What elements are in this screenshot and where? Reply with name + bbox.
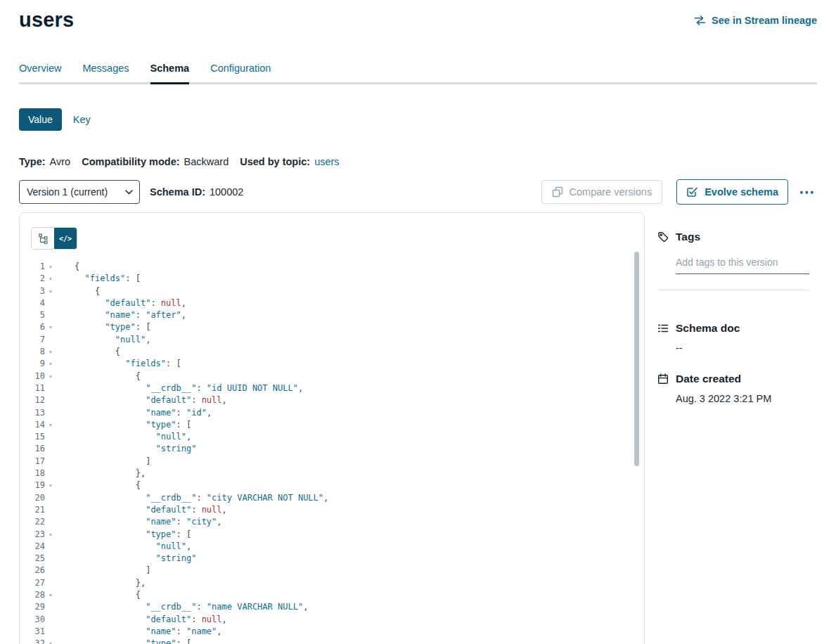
code-line: 22 "name": "city", — [31, 516, 644, 528]
schema-type-value: Avro — [50, 156, 71, 167]
tab-schema[interactable]: Schema — [150, 63, 190, 84]
stream-lineage-link[interactable]: See in Stream lineage — [694, 15, 817, 26]
line-number: 2 — [31, 273, 45, 285]
fold-toggle-icon[interactable]: ▾ — [45, 261, 56, 273]
line-number: 21 — [31, 504, 45, 516]
code-line: 28▾ { — [31, 589, 644, 601]
evolve-schema-button[interactable]: Evolve schema — [676, 179, 788, 205]
line-number: 1 — [31, 261, 45, 273]
code-text: "type": [ — [56, 529, 191, 541]
code-text: "default": null, — [56, 504, 227, 516]
compare-versions-button[interactable]: Compare versions — [541, 180, 663, 204]
line-number: 18 — [31, 468, 45, 479]
schema-id-value: 100002 — [210, 186, 243, 198]
editor-scrollbar-thumb[interactable] — [634, 252, 639, 466]
fold-toggle-icon[interactable]: ▾ — [45, 589, 56, 601]
code-view-button[interactable]: </> — [54, 228, 77, 249]
version-select[interactable]: Version 1 (current) — [19, 180, 140, 204]
schema-id-label: Schema ID: — [150, 186, 205, 198]
fold-gutter-spacer — [45, 309, 56, 321]
code-text: "string" — [56, 553, 196, 565]
add-tags-input[interactable] — [676, 254, 809, 274]
line-number: 9 — [31, 358, 45, 370]
fold-gutter-spacer — [45, 456, 56, 468]
code-line: 6▾ "type": [ — [31, 321, 644, 333]
fold-toggle-icon[interactable]: ▾ — [45, 638, 56, 644]
used-by-topic: Used by topic: users — [240, 156, 339, 167]
code-text: { — [56, 589, 141, 601]
schema-toolbar: Version 1 (current) Schema ID: 100002 Co… — [19, 179, 817, 205]
line-number: 28 — [31, 589, 45, 601]
code-line: 26 ] — [31, 565, 644, 577]
code-line: 21 "default": null, — [31, 504, 644, 516]
code-line: 18 }, — [31, 468, 644, 479]
code-line: 9▾ "fields": [ — [31, 358, 644, 370]
code-line: 31 "name": "name", — [31, 626, 644, 638]
fold-toggle-icon[interactable]: ▾ — [45, 529, 56, 541]
code-text: "default": null, — [56, 614, 227, 626]
fold-toggle-icon[interactable]: ▾ — [45, 419, 56, 431]
code-line: 20 "__crdb__": "city VARCHAR NOT NULL", — [31, 492, 644, 504]
schema-code-panel: </> 1▾{2▾ "fields": [3▾ {4 "default": nu… — [19, 212, 645, 644]
code-line: 29 "__crdb__": "name VARCHAR NULL", — [31, 601, 644, 613]
code-line: 25 "string" — [31, 553, 644, 565]
line-number: 14 — [31, 419, 45, 431]
fold-toggle-icon[interactable]: ▾ — [45, 273, 56, 285]
line-number: 27 — [31, 577, 45, 589]
tree-view-button[interactable] — [32, 228, 54, 249]
line-number: 25 — [31, 553, 45, 565]
more-actions-button[interactable]: ⋯ — [797, 187, 817, 197]
code-line: 11 "__crdb__": "id UUID NOT NULL", — [31, 382, 644, 394]
schema-meta-row: Type: Avro Compatibility mode: Backward … — [19, 156, 817, 167]
code-text: }, — [56, 577, 146, 589]
value-toggle-button[interactable]: Value — [19, 108, 62, 131]
date-created-title: Date created — [676, 373, 741, 385]
tab-configuration[interactable]: Configuration — [210, 63, 271, 84]
code-text: "type": [ — [56, 321, 150, 333]
key-toggle-button[interactable]: Key — [73, 114, 91, 125]
code-text: ] — [56, 565, 150, 577]
line-number: 15 — [31, 431, 45, 443]
fold-gutter-spacer — [45, 443, 56, 455]
code-text: "default": null, — [56, 297, 186, 309]
compare-versions-label: Compare versions — [570, 186, 652, 198]
tab-messages[interactable]: Messages — [82, 63, 129, 84]
code-text: "name": "city", — [56, 516, 222, 528]
fold-toggle-icon[interactable]: ▾ — [45, 358, 56, 370]
topic-link[interactable]: users — [314, 156, 339, 167]
schema-type-label: Type: — [19, 156, 46, 167]
fold-toggle-icon[interactable]: ▾ — [45, 285, 56, 297]
fold-toggle-icon[interactable]: ▾ — [45, 479, 56, 491]
fold-toggle-icon[interactable]: ▾ — [45, 321, 56, 333]
code-line: 7 "null", — [31, 334, 644, 346]
line-number: 22 — [31, 516, 45, 528]
fold-gutter-spacer — [45, 468, 56, 479]
line-number: 8 — [31, 346, 45, 358]
tab-overview[interactable]: Overview — [19, 63, 61, 84]
code-text: "type": [ — [56, 419, 191, 431]
line-number: 12 — [31, 394, 45, 406]
evolve-schema-icon — [686, 186, 698, 198]
schema-doc-value: -- — [676, 342, 817, 354]
code-line: 2▾ "fields": [ — [31, 273, 644, 285]
schema-content: </> 1▾{2▾ "fields": [3▾ {4 "default": nu… — [19, 212, 817, 644]
page: users See in Stream lineage Overview Mes… — [0, 0, 836, 644]
code-text: { — [56, 479, 141, 491]
fold-toggle-icon[interactable]: ▾ — [45, 371, 56, 382]
fold-gutter-spacer — [45, 504, 56, 516]
code-text: ] — [56, 456, 150, 468]
code-line: 14▾ "type": [ — [31, 419, 644, 431]
fold-toggle-icon[interactable]: ▾ — [45, 346, 56, 358]
code-text: "name": "id", — [56, 407, 212, 419]
code-line: 32▾ "type": [ — [31, 638, 644, 644]
tab-bar: Overview Messages Schema Configuration — [19, 63, 817, 84]
schema-doc-title: Schema doc — [676, 322, 740, 335]
editor-view-toggle: </> — [31, 227, 77, 250]
line-number: 32 — [31, 638, 45, 644]
code-text: "string" — [56, 443, 196, 455]
line-number: 19 — [31, 479, 45, 491]
code-line: 16 "string" — [31, 443, 644, 455]
code-text: "fields": [ — [56, 358, 181, 370]
fold-gutter-spacer — [45, 601, 56, 613]
line-number: 11 — [31, 382, 45, 394]
